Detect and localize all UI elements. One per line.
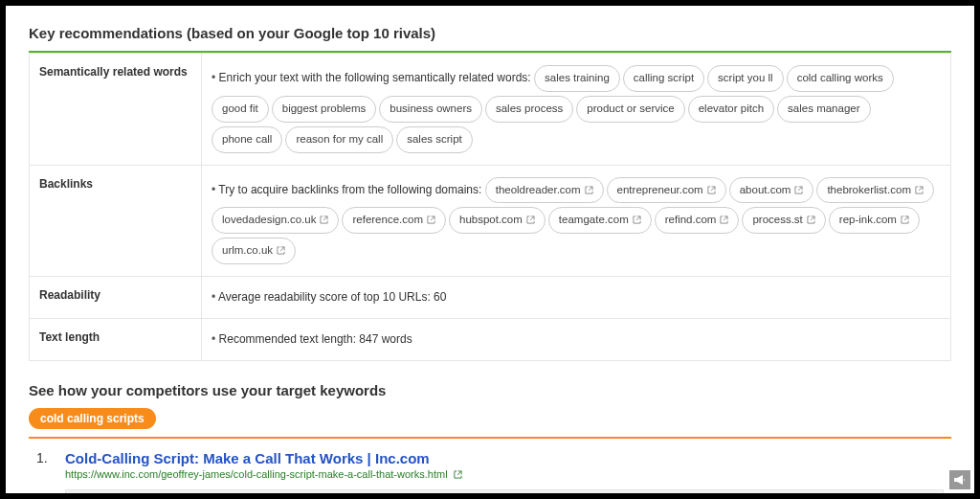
- external-link-icon: [454, 470, 462, 479]
- recommendations-table: Semantically related words Enrich your t…: [29, 53, 951, 361]
- row-label-readability: Readability: [30, 277, 202, 319]
- orange-divider: [29, 437, 951, 439]
- backlinks-intro: Try to acquire backlinks from the follow…: [212, 183, 481, 196]
- backlink-domain-pill[interactable]: lovedadesign.co.uk: [212, 207, 339, 234]
- row-content-semantic: Enrich your text with the following sema…: [202, 54, 951, 166]
- semantic-word-pill[interactable]: biggest problems: [272, 96, 377, 123]
- keyword-tag[interactable]: cold calling scripts: [29, 408, 156, 429]
- semantic-word-pill[interactable]: sales manager: [777, 96, 870, 123]
- external-link-icon: [794, 186, 803, 194]
- textlength-text: Recommended text length: 847 words: [212, 332, 412, 346]
- backlink-domain-pill[interactable]: rep-ink.com: [829, 207, 920, 234]
- backlink-domain-pill[interactable]: about.com: [729, 177, 814, 204]
- external-link-icon: [427, 215, 435, 224]
- recommendations-heading: Key recommendations (based on your Googl…: [29, 25, 951, 41]
- semantic-word-pill[interactable]: reason for my call: [285, 126, 393, 153]
- feedback-button[interactable]: [949, 470, 970, 489]
- competitors-heading: See how your competitors use your target…: [29, 382, 951, 398]
- external-link-icon: [585, 186, 593, 194]
- semantic-word-pill[interactable]: business owners: [379, 96, 482, 123]
- external-link-icon: [901, 215, 909, 224]
- external-link-icon: [526, 215, 535, 224]
- backlink-domain-pill[interactable]: teamgate.com: [548, 207, 652, 234]
- megaphone-icon: [953, 474, 967, 486]
- backlink-domain-pill[interactable]: theoldreader.com: [485, 177, 604, 204]
- backlink-domain-pill[interactable]: hubspot.com: [449, 207, 546, 234]
- external-link-icon: [807, 215, 815, 224]
- semantic-word-pill[interactable]: product or service: [576, 96, 684, 123]
- semantic-word-pill[interactable]: cold calling works: [787, 65, 894, 92]
- backlink-domain-pill[interactable]: process.st: [742, 207, 825, 234]
- competitor-result: 1. Cold-Calling Script: Make a Call That…: [29, 450, 951, 493]
- semantic-word-pill[interactable]: phone call: [212, 126, 282, 153]
- external-link-icon: [720, 215, 728, 224]
- snippet-box: This is part of a package on cold callin…: [65, 489, 944, 493]
- row-label-semantic: Semantically related words: [30, 54, 202, 166]
- row-content-textlength: Recommended text length: 847 words: [202, 318, 951, 360]
- semantic-word-pill[interactable]: sales process: [485, 96, 573, 123]
- competitor-url[interactable]: https://www.inc.com/geoffrey-james/cold-…: [65, 468, 944, 480]
- competitor-title-link[interactable]: Cold-Calling Script: Make a Call That Wo…: [65, 450, 944, 466]
- backlink-domain-pill[interactable]: urlm.co.uk: [212, 238, 296, 264]
- semantic-intro: Enrich your text with the following sema…: [212, 71, 531, 84]
- backlink-domain-pill[interactable]: entrepreneur.com: [607, 177, 726, 204]
- backlink-domain-pill[interactable]: refind.com: [655, 207, 740, 234]
- semantic-word-pill[interactable]: sales script: [396, 126, 473, 153]
- semantic-word-pill[interactable]: sales training: [534, 65, 620, 92]
- semantic-word-pill[interactable]: calling script: [623, 65, 704, 92]
- external-link-icon: [915, 186, 924, 194]
- backlink-domain-pill[interactable]: reference.com: [342, 207, 446, 234]
- external-link-icon: [277, 246, 285, 255]
- competitor-rank: 1.: [36, 450, 52, 493]
- external-link-icon: [707, 186, 716, 194]
- row-content-backlinks: Try to acquire backlinks from the follow…: [202, 165, 951, 277]
- external-link-icon: [633, 215, 641, 224]
- semantic-word-pill[interactable]: good fit: [212, 96, 269, 123]
- row-content-readability: Average readability score of top 10 URLs…: [202, 277, 951, 319]
- semantic-word-pill[interactable]: elevator pitch: [688, 96, 774, 123]
- row-label-backlinks: Backlinks: [30, 165, 202, 277]
- semantic-word-pill[interactable]: script you ll: [707, 65, 784, 92]
- readability-text: Average readability score of top 10 URLs…: [212, 290, 446, 304]
- external-link-icon: [320, 215, 328, 224]
- backlink-domain-pill[interactable]: thebrokerlist.com: [816, 177, 934, 204]
- row-label-textlength: Text length: [30, 318, 202, 360]
